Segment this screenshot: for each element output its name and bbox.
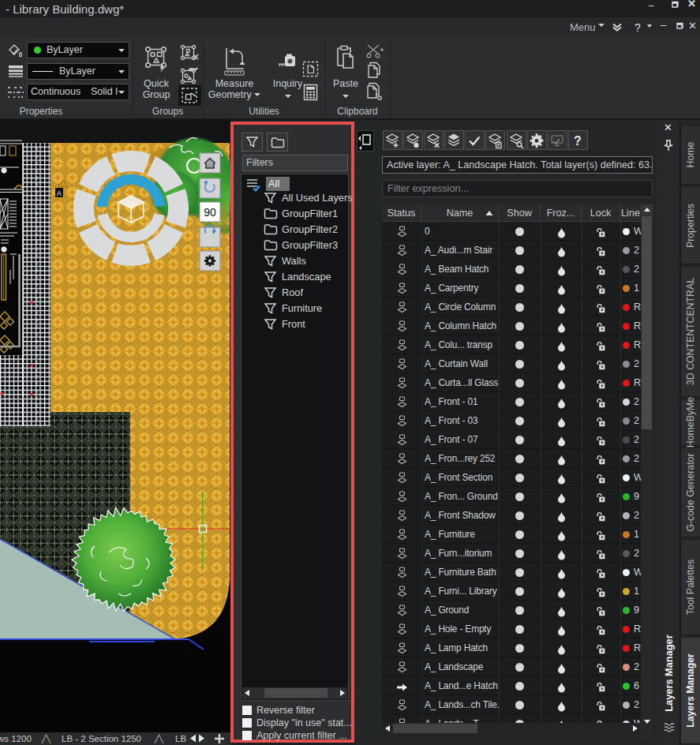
svg-text:A: A [57,189,62,197]
svg-text:ws 1200: ws 1200 [0,734,32,743]
svg-text:90: 90 [204,206,216,219]
svg-text:LB - 2 Section 1250: LB - 2 Section 1250 [62,734,141,743]
svg-text:?: ? [574,133,582,147]
svg-text:LB: LB [175,734,186,743]
